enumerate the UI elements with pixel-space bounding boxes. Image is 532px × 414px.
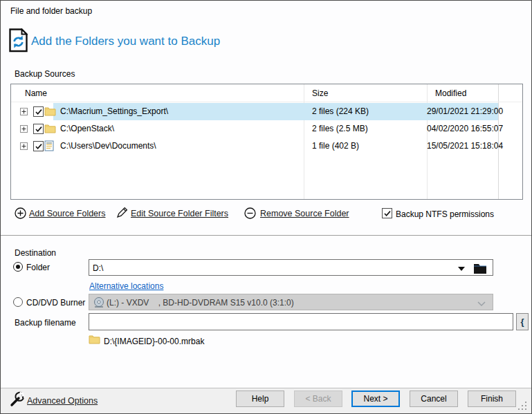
source-size: 2 files (2.5 MB) [312,124,368,133]
folder-radio-label: Folder [26,263,50,272]
cd-dvd-burner-radio[interactable] [13,297,23,307]
table-row[interactable]: C:\Macrium_Settings_Export\ 2 files (224… [11,103,522,120]
destination-label: Destination [15,248,56,258]
finish-button[interactable]: Finish [468,391,516,407]
edit-source-folder-filters-link[interactable]: Edit Source Folder Filters [131,209,228,218]
table-header-row: Name Size Modified [11,84,522,102]
folder-icon [44,106,56,118]
ntfs-permissions-label: Backup NTFS permissions [396,209,494,219]
folder-icon [89,334,100,346]
column-header-name[interactable]: Name [25,88,47,98]
table-row[interactable]: C:\Users\Dev\Documents\ 1 file (402 B) 1… [11,138,522,155]
chevron-down-icon [477,299,486,309]
minus-circle-icon[interactable] [244,207,256,221]
browse-folder-icon[interactable] [473,262,487,276]
plus-circle-icon[interactable] [15,207,26,221]
cd-dvd-burner-value: (L:) - VXDV , BD-HD-DVDRAM S15 v10.0 (3:… [107,298,294,308]
column-header-modified[interactable]: Modified [435,88,466,98]
expand-icon[interactable] [20,125,28,133]
help-button[interactable]: Help [236,391,284,407]
file-folder-backup-dialog: File and folder backup Add the Folders y… [0,0,532,414]
cancel-button[interactable]: Cancel [410,391,458,407]
documents-icon [44,140,55,153]
row-checkbox[interactable] [33,141,44,151]
alternative-locations-link[interactable]: Alternative locations [89,281,163,291]
pencil-icon[interactable] [116,206,129,221]
row-checkbox[interactable] [33,124,44,134]
backup-path-preview: D:\{IMAGEID}-00-00.mrbak [104,337,204,346]
source-path: C:\Macrium_Settings_Export\ [60,106,168,116]
source-size: 1 file (402 B) [312,141,359,151]
backup-sources-label: Backup Sources [15,69,75,79]
column-header-size[interactable]: Size [312,88,328,98]
source-path: C:\OpenStack\ [60,124,114,133]
source-size: 2 files (224 KB) [312,106,369,116]
source-modified: 29/01/2021 21:29:00 [427,106,495,116]
folder-destination-radio[interactable] [13,262,23,272]
destination-folder-value: D:\ [93,263,103,273]
backup-sources-table[interactable]: Name Size Modified C:\Macrium_Settings_E… [10,84,523,200]
expand-icon[interactable] [20,108,28,115]
folder-icon [44,123,56,135]
advanced-options-link[interactable]: Advanced Options [27,396,98,406]
ntfs-permissions-checkbox[interactable] [382,208,392,218]
table-row[interactable]: C:\OpenStack\ 2 files (2.5 MB) 04/02/202… [11,120,522,138]
resize-grip[interactable] [518,402,528,413]
disc-burner-icon [93,297,105,311]
window-title: File and folder backup [10,6,92,16]
wrench-icon[interactable] [8,391,26,411]
insert-variable-button[interactable]: { [516,313,529,330]
section-divider [1,235,532,236]
source-modified: 04/02/2020 16:55:07 [427,124,495,133]
add-source-folders-link[interactable]: Add Source Folders [29,209,105,218]
next-button[interactable]: Next > [351,391,400,407]
cd-dvd-radio-label: CD/DVD Burner [26,298,85,308]
chevron-down-icon[interactable] [458,267,465,271]
row-checkbox[interactable] [33,106,44,117]
destination-folder-combobox[interactable]: D:\ [89,259,493,276]
backup-document-icon [9,28,28,55]
backup-filename-input[interactable] [89,313,513,330]
remove-source-folder-link[interactable]: Remove Source Folder [260,209,349,218]
page-title: Add the Folders you want to Backup [31,35,220,48]
cd-dvd-burner-combobox: (L:) - VXDV , BD-HD-DVDRAM S15 v10.0 (3:… [89,294,493,310]
expand-icon[interactable] [20,142,28,150]
source-modified: 15/05/2021 15:18:04 [427,141,495,151]
back-button[interactable]: < Back [294,391,342,407]
source-path: C:\Users\Dev\Documents\ [60,141,156,151]
backup-filename-label: Backup filename [15,318,76,328]
